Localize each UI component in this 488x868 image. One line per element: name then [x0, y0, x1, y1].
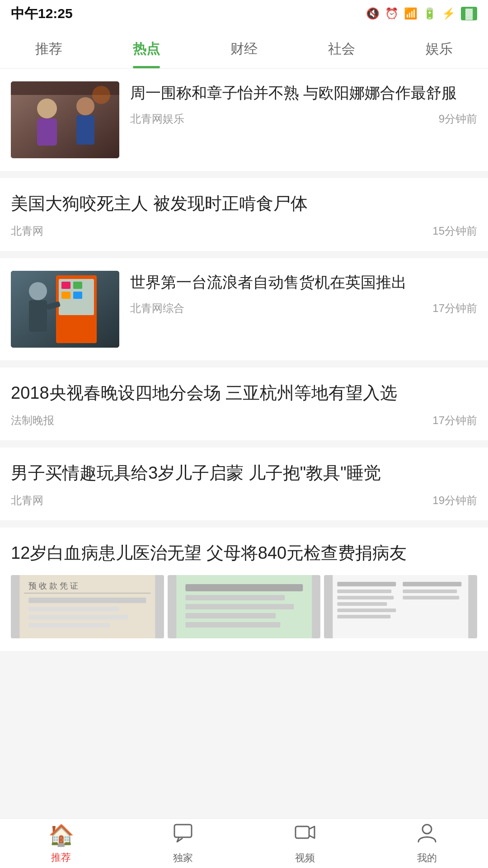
- news-source-4: 法制晚报: [11, 413, 54, 428]
- svg-rect-33: [338, 582, 396, 586]
- tab-navigation: 推荐 热点 财经 社会 娱乐: [0, 27, 488, 69]
- svg-rect-38: [338, 615, 391, 618]
- svg-rect-27: [185, 584, 303, 591]
- svg-point-2: [37, 99, 57, 118]
- svg-rect-12: [61, 282, 70, 289]
- nav-label-wode: 我的: [417, 851, 437, 865]
- battery-x-icon: 🔋: [423, 7, 436, 20]
- news-meta-5: 北青网 19分钟前: [11, 493, 477, 508]
- svg-rect-31: [185, 622, 280, 627]
- home-icon: 🏠: [48, 823, 74, 847]
- news-thumb-1: [11, 81, 119, 158]
- news-meta-1: 北青网娱乐 9分钟前: [130, 112, 477, 126]
- svg-point-7: [92, 86, 110, 104]
- nav-label-dujia: 独家: [173, 851, 193, 865]
- svg-text:预 收 款 凭 证: 预 收 款 凭 证: [28, 581, 78, 590]
- news-thumb-grid-6: 预 收 款 凭 证: [11, 575, 477, 638]
- news-time-1: 9分钟前: [439, 112, 477, 126]
- svg-rect-40: [403, 590, 457, 593]
- mute-icon: 🔇: [366, 7, 380, 20]
- lightning-icon: ⚡: [442, 7, 455, 20]
- news-thumb-6b: [168, 575, 321, 638]
- svg-rect-17: [29, 300, 47, 332]
- svg-rect-42: [174, 825, 192, 837]
- profile-icon: [417, 822, 437, 848]
- status-time: 中午12:25: [11, 5, 73, 23]
- video-icon: [295, 822, 315, 848]
- news-list: 周一围称和章子怡并不熟 与欧阳娜娜合作最舒服 北青网娱乐 9分钟前 美国大狗咬死…: [0, 69, 488, 712]
- svg-rect-36: [338, 602, 387, 606]
- svg-rect-13: [73, 282, 82, 289]
- svg-rect-34: [338, 590, 392, 593]
- svg-rect-23: [28, 607, 119, 611]
- svg-rect-43: [296, 826, 309, 838]
- news-thumb-6c: [324, 575, 477, 638]
- news-meta-2: 北青网 15分钟前: [11, 224, 477, 238]
- news-content-1: 周一围称和章子怡并不熟 与欧阳娜娜合作最舒服 北青网娱乐 9分钟前: [130, 81, 477, 126]
- svg-rect-29: [185, 604, 294, 609]
- svg-rect-41: [403, 596, 460, 599]
- news-title-5: 男子买情趣玩具给3岁儿子启蒙 儿子抱"教具"睡觉: [11, 460, 477, 486]
- status-bar: 中午12:25 🔇 ⏰ 📶 🔋 ⚡ ▓: [0, 0, 488, 27]
- svg-rect-22: [28, 598, 146, 603]
- nav-item-shipin[interactable]: 视频: [244, 819, 366, 868]
- svg-rect-5: [76, 115, 94, 145]
- svg-point-44: [422, 825, 432, 834]
- news-time-4: 17分钟前: [432, 413, 477, 428]
- news-title-3: 世界第一台流浪者自动售货机在英国推出: [130, 271, 477, 294]
- nav-label-tuijian: 推荐: [51, 851, 71, 864]
- bottom-navigation: 🏠 推荐 独家 视频 我的: [0, 818, 488, 868]
- news-item-5[interactable]: 男子买情趣玩具给3岁儿子启蒙 儿子抱"教具"睡觉 北青网 19分钟前: [0, 448, 488, 520]
- news-title-4: 2018央视春晚设四地分会场 三亚杭州等地有望入选: [11, 380, 477, 406]
- news-time-2: 15分钟前: [432, 224, 477, 238]
- svg-rect-30: [185, 613, 276, 618]
- chat-icon: [173, 822, 193, 848]
- svg-rect-15: [73, 292, 82, 299]
- svg-rect-37: [338, 609, 396, 612]
- alarm-icon: ⏰: [385, 7, 399, 20]
- tab-yule[interactable]: 娱乐: [390, 27, 488, 68]
- status-icons: 🔇 ⏰ 📶 🔋 ⚡ ▓: [366, 7, 477, 20]
- battery-icon: ▓: [461, 7, 477, 20]
- nav-label-shipin: 视频: [295, 851, 315, 865]
- news-thumb-3: [11, 271, 119, 348]
- svg-rect-39: [403, 582, 462, 586]
- news-item-2[interactable]: 美国大狗咬死主人 被发现时正啃食尸体 北青网 15分钟前: [0, 178, 488, 251]
- svg-rect-35: [338, 596, 394, 599]
- news-title-2: 美国大狗咬死主人 被发现时正啃食尸体: [11, 191, 477, 217]
- news-time-5: 19分钟前: [432, 493, 477, 508]
- svg-rect-25: [28, 623, 110, 627]
- tab-tuijian[interactable]: 推荐: [0, 27, 98, 68]
- news-item-6[interactable]: 12岁白血病患儿医治无望 父母将840元检查费捐病友 预 收 款 凭 证: [0, 528, 488, 651]
- svg-rect-28: [185, 595, 285, 600]
- news-thumb-6a: 预 收 款 凭 证: [11, 575, 164, 638]
- svg-rect-3: [37, 118, 57, 146]
- nav-item-wode[interactable]: 我的: [366, 819, 488, 868]
- tab-redian[interactable]: 热点: [98, 27, 195, 68]
- news-title-6: 12岁白血病患儿医治无望 父母将840元检查费捐病友: [11, 540, 477, 566]
- news-time-3: 17分钟前: [432, 301, 477, 316]
- tab-shehui[interactable]: 社会: [293, 27, 390, 68]
- svg-point-4: [76, 97, 94, 115]
- news-meta-3: 北青网综合 17分钟前: [130, 301, 477, 316]
- news-source-1: 北青网娱乐: [130, 112, 184, 126]
- wifi-icon: 📶: [404, 7, 418, 20]
- news-item-4[interactable]: 2018央视春晚设四地分会场 三亚杭州等地有望入选 法制晚报 17分钟前: [0, 368, 488, 440]
- news-content-3: 世界第一台流浪者自动售货机在英国推出 北青网综合 17分钟前: [130, 271, 477, 316]
- svg-rect-14: [61, 292, 70, 299]
- tab-caijing[interactable]: 财经: [195, 27, 293, 68]
- nav-item-tuijian[interactable]: 🏠 推荐: [0, 819, 122, 868]
- nav-item-dujia[interactable]: 独家: [122, 819, 244, 868]
- news-source-3: 北青网综合: [130, 301, 184, 316]
- svg-point-16: [29, 282, 47, 300]
- news-source-2: 北青网: [11, 224, 43, 238]
- news-meta-4: 法制晚报 17分钟前: [11, 413, 477, 428]
- news-item-1[interactable]: 周一围称和章子怡并不熟 与欧阳娜娜合作最舒服 北青网娱乐 9分钟前: [0, 69, 488, 171]
- news-title-1: 周一围称和章子怡并不熟 与欧阳娜娜合作最舒服: [130, 81, 477, 104]
- news-source-5: 北青网: [11, 493, 43, 508]
- svg-rect-24: [28, 615, 128, 619]
- news-item-3[interactable]: 世界第一台流浪者自动售货机在英国推出 北青网综合 17分钟前: [0, 258, 488, 360]
